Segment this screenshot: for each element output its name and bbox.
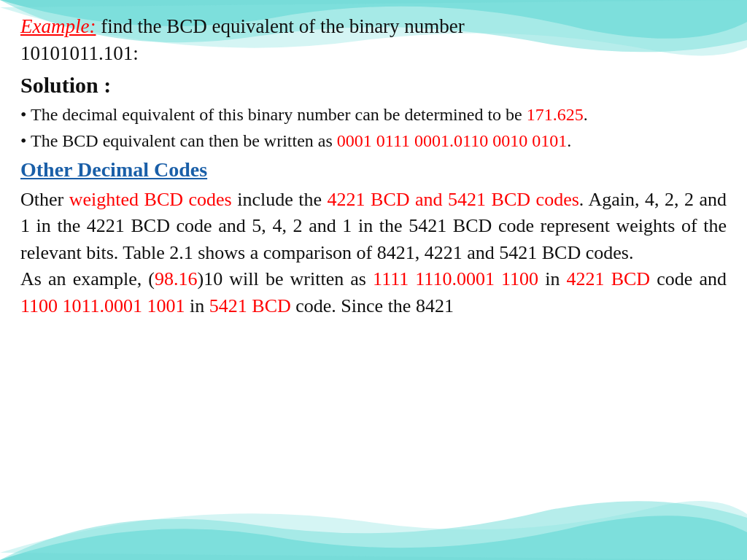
bullet1: • The decimal equivalent of this binary … [20, 103, 727, 128]
bullet2-value: 0001 0111 0001.0110 0010 0101 [337, 131, 567, 150]
body1-other: Other [20, 189, 69, 210]
body1-include: include the [232, 189, 328, 210]
body2-bcd1: 1111 1110.0001 1100 [373, 268, 538, 289]
solution-label: Solution : [20, 71, 727, 101]
main-content: Example: find the BCD equivalent of the … [0, 0, 747, 332]
body2-98: 98.16 [155, 268, 198, 289]
body1-weighted-bcd: weighted BCD codes [69, 189, 232, 210]
body2-4221bcd: 4221 BCD [567, 268, 651, 289]
example-rest: find the BCD equivalent of the binary nu… [96, 15, 464, 37]
body2-c: )10 will be written as [198, 268, 374, 289]
section-heading: Other Decimal Codes [20, 156, 727, 184]
body2-as-example: As an example, ( [20, 268, 155, 289]
body2-g: code and [650, 268, 727, 289]
binary-number: 10101011.101: [20, 40, 727, 67]
body2-5421bcd: 5421 BCD [209, 295, 291, 316]
body2-k: code. Since the 8421 [291, 295, 454, 316]
body2-i: in [185, 295, 209, 316]
body2-bcd2: 1100 1011.0001 1001 [20, 295, 185, 316]
body-paragraph-2: As an example, (98.16)10 will be written… [20, 266, 727, 319]
bullet1-suffix: . [584, 105, 588, 124]
bullet2: • The BCD equivalent can then be written… [20, 129, 727, 154]
bullet2-prefix: • The BCD equivalent can then be written… [20, 131, 337, 150]
example-line: Example: find the BCD equivalent of the … [20, 13, 727, 68]
body1-4221-5421: 4221 BCD and 5421 BCD codes [328, 189, 579, 210]
body2-e: in [538, 268, 566, 289]
body-paragraph-1: Other weighted BCD codes include the 422… [20, 187, 727, 266]
bullet1-prefix: • The decimal equivalent of this binary … [20, 105, 527, 124]
example-label: Example: [20, 15, 96, 37]
bullet1-value: 171.625 [527, 105, 584, 124]
bullet2-suffix: . [567, 131, 571, 150]
